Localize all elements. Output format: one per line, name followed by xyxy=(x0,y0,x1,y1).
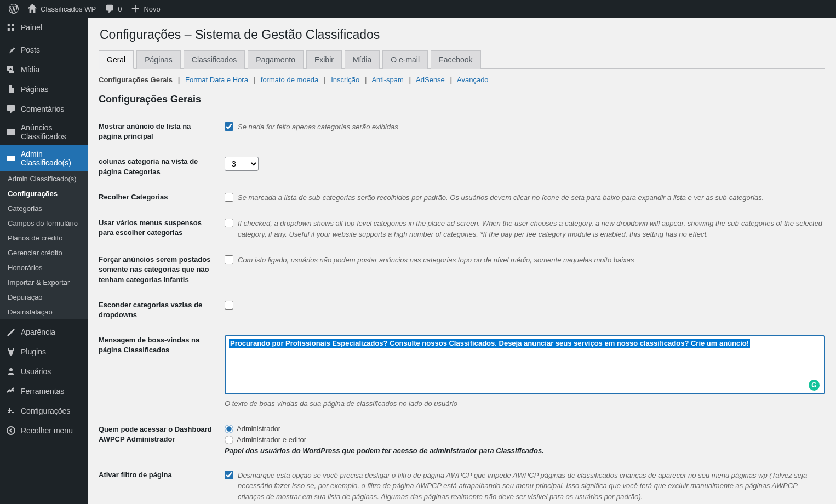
submenu-categories[interactable]: Categorias xyxy=(0,201,88,216)
label-show-ad-list: Mostrar anúncio de lista na página princ… xyxy=(99,122,225,141)
checkbox-page-filter[interactable] xyxy=(225,471,233,479)
select-cat-columns[interactable]: 3 xyxy=(225,157,259,171)
settings-tabs: Geral Páginas Classificados Pagamento Ex… xyxy=(99,50,825,69)
sidebar-item-appearance[interactable]: Aparência xyxy=(0,322,88,342)
row-multi-dropdowns: Usar vários menus suspensos para escolhe… xyxy=(99,210,825,247)
checkbox-collapse-cats[interactable] xyxy=(225,193,233,202)
new-content-menu[interactable]: Novo xyxy=(126,0,164,18)
sidebar-item-posts[interactable]: Posts xyxy=(0,40,88,60)
checkbox-multi-dropdowns[interactable] xyxy=(225,219,233,227)
sidebar-item-pages[interactable]: Páginas xyxy=(0,79,88,99)
row-cat-columns: colunas categoria na vista de página Cat… xyxy=(99,149,825,184)
new-label: Novo xyxy=(144,5,160,13)
sidebar-item-users[interactable]: Usuários xyxy=(0,362,88,381)
settings-icon xyxy=(5,405,16,416)
subsub-advanced[interactable]: Avançado xyxy=(457,76,489,84)
sidebar-label: Aparência xyxy=(21,328,55,336)
row-dashboard-access: Quem pode acessar o Dashboard AWPCP Admi… xyxy=(99,417,825,462)
submenu-manage-credit[interactable]: Gerenciar crédito xyxy=(0,245,88,260)
submenu-fees[interactable]: Honorários xyxy=(0,260,88,275)
sidebar-label: Mídia xyxy=(21,65,39,74)
checkbox-force-leaf[interactable] xyxy=(225,255,233,264)
sidebar-item-media[interactable]: Mídia xyxy=(0,60,88,79)
radio-admin-only[interactable] xyxy=(225,425,233,433)
site-name-label: Classificados WP xyxy=(41,5,96,13)
appearance-icon xyxy=(5,327,16,337)
main-content: Configurações – Sistema de Gestão Classi… xyxy=(88,18,836,504)
svg-point-3 xyxy=(7,427,15,434)
checkbox-hide-empty[interactable] xyxy=(225,301,233,310)
section-title: Configurações Gerais xyxy=(99,94,825,105)
admin-sidebar: Painel Posts Mídia Páginas Comentários A… xyxy=(0,18,88,504)
desc-force-leaf: Com isto ligado, usuários não podem post… xyxy=(238,255,634,266)
label-welcome-msg: Mensagem de boas-vindas na página Classi… xyxy=(99,335,225,355)
subsub-currency-format[interactable]: formato de moeda xyxy=(261,76,319,84)
wordpress-logo-icon xyxy=(9,4,19,14)
sub-sections: Configurações Gerais | Format Data e Hor… xyxy=(99,76,825,84)
sidebar-label: Páginas xyxy=(21,85,49,94)
textarea-welcome-msg[interactable] xyxy=(225,335,825,394)
sidebar-label: Anúncios Classificados xyxy=(21,123,82,141)
label-dashboard-access: Quem pode acessar o Dashboard AWPCP Admi… xyxy=(99,425,225,444)
submenu-form-fields[interactable]: Campos do formulário xyxy=(0,216,88,231)
subsub-current: Configurações Gerais xyxy=(99,76,173,84)
tab-pages[interactable]: Páginas xyxy=(136,50,181,69)
sidebar-label: Posts xyxy=(21,45,40,54)
desc-dashboard-access: Papel dos usuários do WordPress que pode… xyxy=(225,446,825,455)
desc-welcome-msg: O texto de boas-vindas da sua página de … xyxy=(225,398,825,409)
row-show-ad-list: Mostrar anúncio de lista na página princ… xyxy=(99,114,825,149)
submenu-settings[interactable]: Configurações xyxy=(0,186,88,201)
tab-display[interactable]: Exibir xyxy=(306,50,342,69)
desc-show-ad-list: Se nada for feito apenas categorias serã… xyxy=(238,122,398,133)
media-icon xyxy=(5,64,16,75)
tab-payment[interactable]: Pagamento xyxy=(248,50,304,69)
comments-menu[interactable]: 0 xyxy=(100,0,126,18)
sidebar-label: Plugins xyxy=(21,347,46,356)
sidebar-item-plugins[interactable]: Plugins xyxy=(0,342,88,362)
sidebar-item-settings[interactable]: Configurações xyxy=(0,401,88,421)
tab-email[interactable]: O e-mail xyxy=(382,50,428,69)
sidebar-item-collapse[interactable]: Recolher menu xyxy=(0,421,88,440)
tab-facebook[interactable]: Facebook xyxy=(431,50,480,69)
page-icon xyxy=(5,84,16,95)
row-collapse-cats: Recolher Categorias Se marcada a lista d… xyxy=(99,185,825,211)
subsub-antispam[interactable]: Anti-spam xyxy=(371,76,404,84)
svg-point-2 xyxy=(9,368,13,371)
sidebar-label: Painel xyxy=(21,23,42,32)
subsub-adsense[interactable]: AdSense xyxy=(416,76,445,84)
wp-logo-menu[interactable] xyxy=(4,0,23,18)
sidebar-item-dashboard[interactable]: Painel xyxy=(0,18,88,37)
submenu-debug[interactable]: Depuração xyxy=(0,290,88,305)
label-hide-empty: Esconder categorias vazias de dropdowns xyxy=(99,300,225,320)
label-multi-dropdowns: Usar vários menus suspensos para escolhe… xyxy=(99,218,225,238)
plugins-icon xyxy=(5,346,16,357)
subsub-date-format[interactable]: Format Data e Hora xyxy=(185,76,248,84)
comment-icon xyxy=(105,4,114,14)
sidebar-label: Ferramentas xyxy=(21,387,64,396)
submenu-uninstall[interactable]: Desinstalação xyxy=(0,305,88,319)
card-icon xyxy=(5,153,16,164)
submenu-import-export[interactable]: Importar & Exportar xyxy=(0,275,88,290)
row-welcome-msg: Mensagem de boas-vindas na página Classi… xyxy=(99,328,825,417)
sidebar-item-tools[interactable]: Ferramentas xyxy=(0,381,88,401)
sidebar-item-comments[interactable]: Comentários xyxy=(0,99,88,119)
svg-rect-1 xyxy=(7,156,15,161)
submenu: Admin Classificado(s) Configurações Cate… xyxy=(0,171,88,319)
sidebar-item-admin-classifieds[interactable]: Admin Classificado(s) xyxy=(0,145,88,171)
tab-general[interactable]: Geral xyxy=(99,50,134,69)
site-name-menu[interactable]: Classificados WP xyxy=(23,0,100,18)
subsub-registration[interactable]: Inscrição xyxy=(331,76,359,84)
page-title: Configurações – Sistema de Gestão Classi… xyxy=(100,27,825,42)
row-hide-empty: Esconder categorias vazias de dropdowns xyxy=(99,293,825,328)
submenu-credit-plans[interactable]: Planos de crédito xyxy=(0,231,88,245)
tab-classifieds[interactable]: Classificados xyxy=(184,50,245,69)
submenu-admin[interactable]: Admin Classificado(s) xyxy=(0,171,88,186)
sidebar-item-classifieds[interactable]: Anúncios Classificados xyxy=(0,119,88,145)
sidebar-label: Recolher menu xyxy=(21,426,73,435)
sidebar-label: Configurações xyxy=(21,406,70,415)
label-page-filter: Ativar filtro de página xyxy=(99,470,225,480)
radio-admin-editor[interactable] xyxy=(225,436,233,444)
tab-media[interactable]: Mídia xyxy=(345,50,380,69)
home-icon xyxy=(27,4,37,14)
checkbox-show-ad-list[interactable] xyxy=(225,122,233,131)
